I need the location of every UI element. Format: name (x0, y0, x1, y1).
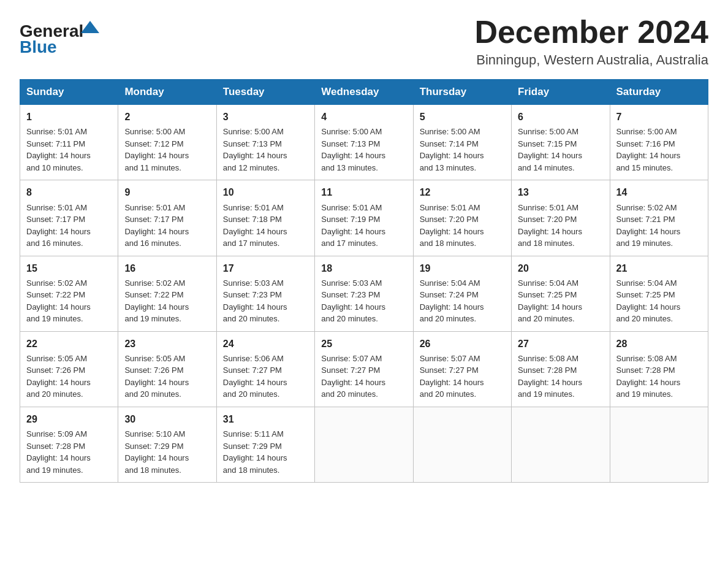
month-title: December 2024 (474, 15, 708, 50)
calendar-cell: 22Sunrise: 5:05 AMSunset: 7:26 PMDayligh… (20, 331, 118, 407)
day-info: Sunrise: 5:00 AMSunset: 7:16 PMDaylight:… (616, 126, 702, 174)
day-number: 24 (223, 337, 308, 351)
day-info: Sunrise: 5:00 AMSunset: 7:13 PMDaylight:… (223, 126, 308, 174)
day-number: 19 (420, 261, 505, 275)
calendar-cell: 23Sunrise: 5:05 AMSunset: 7:26 PMDayligh… (118, 331, 216, 407)
day-info: Sunrise: 5:02 AMSunset: 7:22 PMDaylight:… (26, 277, 112, 325)
calendar-cell: 17Sunrise: 5:03 AMSunset: 7:23 PMDayligh… (216, 256, 314, 331)
day-info: Sunrise: 5:04 AMSunset: 7:25 PMDaylight:… (518, 277, 603, 325)
title-area: December 2024 Binningup, Western Austral… (474, 15, 708, 68)
calendar-cell: 28Sunrise: 5:08 AMSunset: 7:28 PMDayligh… (610, 331, 708, 407)
day-info: Sunrise: 5:03 AMSunset: 7:23 PMDaylight:… (321, 277, 406, 325)
weekday-header-friday: Friday (512, 80, 610, 105)
week-row-1: 1Sunrise: 5:01 AMSunset: 7:11 PMDaylight… (20, 105, 708, 180)
day-number: 8 (26, 185, 112, 199)
day-info: Sunrise: 5:01 AMSunset: 7:20 PMDaylight:… (420, 202, 505, 250)
day-number: 30 (124, 412, 210, 426)
day-number: 27 (518, 337, 603, 351)
calendar-cell: 5Sunrise: 5:00 AMSunset: 7:14 PMDaylight… (413, 105, 511, 180)
day-info: Sunrise: 5:01 AMSunset: 7:17 PMDaylight:… (124, 202, 210, 250)
day-info: Sunrise: 5:00 AMSunset: 7:14 PMDaylight:… (420, 126, 505, 174)
calendar-cell: 26Sunrise: 5:07 AMSunset: 7:27 PMDayligh… (413, 331, 511, 407)
day-info: Sunrise: 5:05 AMSunset: 7:26 PMDaylight:… (124, 353, 210, 400)
day-info: Sunrise: 5:06 AMSunset: 7:27 PMDaylight:… (223, 353, 308, 400)
day-info: Sunrise: 5:01 AMSunset: 7:18 PMDaylight:… (223, 202, 308, 250)
calendar-cell (315, 407, 413, 482)
day-number: 20 (518, 261, 603, 275)
logo-svg: General Blue (20, 15, 99, 55)
calendar-cell: 18Sunrise: 5:03 AMSunset: 7:23 PMDayligh… (315, 256, 413, 331)
week-row-2: 8Sunrise: 5:01 AMSunset: 7:17 PMDaylight… (20, 180, 708, 256)
day-number: 28 (616, 337, 702, 351)
day-info: Sunrise: 5:00 AMSunset: 7:15 PMDaylight:… (518, 126, 603, 174)
day-number: 31 (223, 412, 308, 426)
week-row-5: 29Sunrise: 5:09 AMSunset: 7:28 PMDayligh… (20, 407, 708, 482)
calendar-cell: 11Sunrise: 5:01 AMSunset: 7:19 PMDayligh… (315, 180, 413, 256)
svg-marker-1 (81, 21, 99, 33)
calendar-cell: 16Sunrise: 5:02 AMSunset: 7:22 PMDayligh… (118, 256, 216, 331)
day-number: 29 (26, 412, 112, 426)
weekday-header-row: SundayMondayTuesdayWednesdayThursdayFrid… (20, 80, 708, 105)
day-info: Sunrise: 5:11 AMSunset: 7:29 PMDaylight:… (223, 428, 308, 476)
day-number: 16 (124, 261, 210, 275)
calendar-cell: 13Sunrise: 5:01 AMSunset: 7:20 PMDayligh… (512, 180, 610, 256)
weekday-header-saturday: Saturday (610, 80, 708, 105)
day-number: 13 (518, 185, 603, 199)
location-title: Binningup, Western Australia, Australia (474, 52, 708, 68)
calendar-cell: 14Sunrise: 5:02 AMSunset: 7:21 PMDayligh… (610, 180, 708, 256)
day-info: Sunrise: 5:02 AMSunset: 7:21 PMDaylight:… (616, 202, 702, 250)
calendar-cell: 21Sunrise: 5:04 AMSunset: 7:25 PMDayligh… (610, 256, 708, 331)
day-info: Sunrise: 5:01 AMSunset: 7:20 PMDaylight:… (518, 202, 603, 250)
calendar-cell: 29Sunrise: 5:09 AMSunset: 7:28 PMDayligh… (20, 407, 118, 482)
day-number: 12 (420, 185, 505, 199)
calendar-cell: 1Sunrise: 5:01 AMSunset: 7:11 PMDaylight… (20, 105, 118, 180)
day-number: 11 (321, 185, 406, 199)
day-number: 26 (420, 337, 505, 351)
day-number: 17 (223, 261, 308, 275)
page-header: General Blue December 2024 Binningup, We… (20, 15, 708, 68)
calendar-cell: 4Sunrise: 5:00 AMSunset: 7:13 PMDaylight… (315, 105, 413, 180)
weekday-header-tuesday: Tuesday (216, 80, 314, 105)
day-info: Sunrise: 5:07 AMSunset: 7:27 PMDaylight:… (321, 353, 406, 400)
calendar-cell: 7Sunrise: 5:00 AMSunset: 7:16 PMDaylight… (610, 105, 708, 180)
calendar-cell: 10Sunrise: 5:01 AMSunset: 7:18 PMDayligh… (216, 180, 314, 256)
calendar-cell (413, 407, 511, 482)
day-number: 22 (26, 337, 112, 351)
calendar-cell: 30Sunrise: 5:10 AMSunset: 7:29 PMDayligh… (118, 407, 216, 482)
day-number: 5 (420, 110, 505, 124)
day-info: Sunrise: 5:08 AMSunset: 7:28 PMDaylight:… (518, 353, 603, 400)
svg-text:Blue: Blue (20, 37, 57, 55)
day-number: 18 (321, 261, 406, 275)
day-info: Sunrise: 5:03 AMSunset: 7:23 PMDaylight:… (223, 277, 308, 325)
calendar-cell (610, 407, 708, 482)
day-info: Sunrise: 5:01 AMSunset: 7:17 PMDaylight:… (26, 202, 112, 250)
calendar-cell: 24Sunrise: 5:06 AMSunset: 7:27 PMDayligh… (216, 331, 314, 407)
day-number: 23 (124, 337, 210, 351)
weekday-header-monday: Monday (118, 80, 216, 105)
day-number: 21 (616, 261, 702, 275)
day-info: Sunrise: 5:04 AMSunset: 7:25 PMDaylight:… (616, 277, 702, 325)
calendar-cell: 31Sunrise: 5:11 AMSunset: 7:29 PMDayligh… (216, 407, 314, 482)
calendar-cell: 6Sunrise: 5:00 AMSunset: 7:15 PMDaylight… (512, 105, 610, 180)
day-info: Sunrise: 5:04 AMSunset: 7:24 PMDaylight:… (420, 277, 505, 325)
calendar-cell: 2Sunrise: 5:00 AMSunset: 7:12 PMDaylight… (118, 105, 216, 180)
calendar-cell: 8Sunrise: 5:01 AMSunset: 7:17 PMDaylight… (20, 180, 118, 256)
day-info: Sunrise: 5:10 AMSunset: 7:29 PMDaylight:… (124, 428, 210, 476)
weekday-header-thursday: Thursday (413, 80, 511, 105)
weekday-header-wednesday: Wednesday (315, 80, 413, 105)
day-number: 9 (124, 185, 210, 199)
calendar-cell: 27Sunrise: 5:08 AMSunset: 7:28 PMDayligh… (512, 331, 610, 407)
calendar-cell: 3Sunrise: 5:00 AMSunset: 7:13 PMDaylight… (216, 105, 314, 180)
week-row-4: 22Sunrise: 5:05 AMSunset: 7:26 PMDayligh… (20, 331, 708, 407)
day-info: Sunrise: 5:09 AMSunset: 7:28 PMDaylight:… (26, 428, 112, 476)
calendar-cell (512, 407, 610, 482)
day-number: 10 (223, 185, 308, 199)
calendar-cell: 19Sunrise: 5:04 AMSunset: 7:24 PMDayligh… (413, 256, 511, 331)
day-number: 15 (26, 261, 112, 275)
day-info: Sunrise: 5:01 AMSunset: 7:19 PMDaylight:… (321, 202, 406, 250)
calendar-cell: 12Sunrise: 5:01 AMSunset: 7:20 PMDayligh… (413, 180, 511, 256)
day-info: Sunrise: 5:02 AMSunset: 7:22 PMDaylight:… (124, 277, 210, 325)
day-info: Sunrise: 5:01 AMSunset: 7:11 PMDaylight:… (26, 126, 112, 174)
calendar-table: SundayMondayTuesdayWednesdayThursdayFrid… (20, 79, 708, 483)
day-number: 4 (321, 110, 406, 124)
